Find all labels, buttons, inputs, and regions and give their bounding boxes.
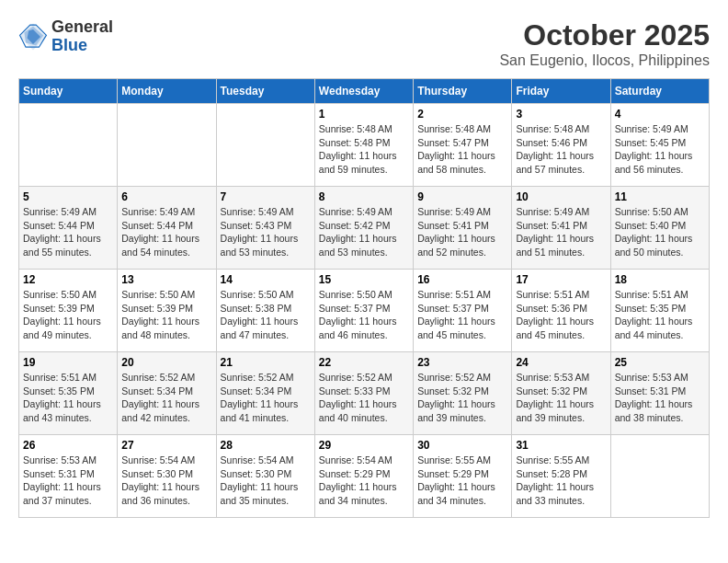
calendar-cell: 9Sunrise: 5:49 AMSunset: 5:41 PMDaylight…: [414, 187, 512, 270]
calendar-cell: 14Sunrise: 5:50 AMSunset: 5:38 PMDayligh…: [216, 270, 314, 352]
day-info: Sunrise: 5:53 AMSunset: 5:31 PMDaylight:…: [23, 454, 113, 508]
calendar-cell: 3Sunrise: 5:48 AMSunset: 5:46 PMDaylight…: [512, 104, 610, 187]
day-number: 19: [23, 356, 113, 369]
calendar-cell: 7Sunrise: 5:49 AMSunset: 5:43 PMDaylight…: [216, 187, 314, 270]
day-info: Sunrise: 5:48 AMSunset: 5:47 PMDaylight:…: [417, 122, 507, 177]
day-number: 3: [516, 108, 606, 121]
calendar-cell: 20Sunrise: 5:52 AMSunset: 5:34 PMDayligh…: [118, 352, 216, 435]
day-info: Sunrise: 5:49 AMSunset: 5:44 PMDaylight:…: [121, 205, 211, 259]
calendar-cell: 1Sunrise: 5:48 AMSunset: 5:48 PMDaylight…: [314, 104, 413, 187]
day-info: Sunrise: 5:51 AMSunset: 5:37 PMDaylight:…: [417, 288, 507, 342]
calendar-header: SundayMondayTuesdayWednesdayThursdayFrid…: [19, 79, 710, 104]
weekday-header-saturday: Saturday: [610, 79, 709, 104]
calendar-cell: 6Sunrise: 5:49 AMSunset: 5:44 PMDaylight…: [118, 187, 216, 270]
calendar-cell: 17Sunrise: 5:51 AMSunset: 5:36 PMDayligh…: [512, 270, 610, 352]
calendar-cell: 26Sunrise: 5:53 AMSunset: 5:31 PMDayligh…: [19, 435, 118, 518]
calendar-cell: 31Sunrise: 5:55 AMSunset: 5:28 PMDayligh…: [512, 435, 610, 518]
weekday-header-monday: Monday: [118, 79, 216, 104]
day-info: Sunrise: 5:49 AMSunset: 5:45 PMDaylight:…: [615, 122, 705, 177]
day-number: 8: [319, 190, 409, 203]
calendar-cell: [118, 104, 216, 187]
day-info: Sunrise: 5:54 AMSunset: 5:30 PMDaylight:…: [121, 454, 211, 508]
day-info: Sunrise: 5:49 AMSunset: 5:41 PMDaylight:…: [516, 205, 606, 259]
title-block: October 2025 San Eugenio, Ilocos, Philip…: [499, 18, 710, 69]
logo-text: General Blue: [51, 18, 113, 55]
day-number: 1: [319, 108, 409, 121]
day-number: 21: [221, 356, 311, 369]
day-info: Sunrise: 5:50 AMSunset: 5:37 PMDaylight:…: [319, 288, 409, 342]
day-number: 27: [121, 439, 211, 452]
day-number: 5: [23, 190, 113, 203]
day-number: 6: [121, 190, 211, 203]
weekday-header-thursday: Thursday: [414, 79, 512, 104]
calendar-week-5: 26Sunrise: 5:53 AMSunset: 5:31 PMDayligh…: [19, 435, 710, 518]
calendar-cell: 27Sunrise: 5:54 AMSunset: 5:30 PMDayligh…: [118, 435, 216, 518]
day-info: Sunrise: 5:50 AMSunset: 5:38 PMDaylight:…: [221, 288, 311, 342]
page-header: General Blue October 2025 San Eugenio, I…: [18, 18, 710, 69]
day-number: 15: [319, 273, 409, 286]
day-info: Sunrise: 5:51 AMSunset: 5:35 PMDaylight:…: [615, 288, 705, 342]
day-number: 30: [417, 439, 507, 452]
day-number: 29: [319, 439, 409, 452]
calendar-cell: [216, 104, 314, 187]
day-number: 18: [615, 273, 705, 286]
day-info: Sunrise: 5:54 AMSunset: 5:30 PMDaylight:…: [221, 454, 311, 508]
logo-general: General: [51, 18, 113, 37]
calendar-body: 1Sunrise: 5:48 AMSunset: 5:48 PMDaylight…: [19, 104, 710, 518]
day-info: Sunrise: 5:49 AMSunset: 5:42 PMDaylight:…: [319, 205, 409, 259]
day-info: Sunrise: 5:49 AMSunset: 5:44 PMDaylight:…: [23, 205, 113, 259]
calendar-cell: [19, 104, 118, 187]
day-number: 4: [615, 108, 705, 121]
day-info: Sunrise: 5:51 AMSunset: 5:35 PMDaylight:…: [23, 371, 113, 425]
day-info: Sunrise: 5:48 AMSunset: 5:46 PMDaylight:…: [516, 122, 606, 177]
day-number: 11: [615, 190, 705, 203]
calendar-cell: 12Sunrise: 5:50 AMSunset: 5:39 PMDayligh…: [19, 270, 118, 352]
calendar-cell: 22Sunrise: 5:52 AMSunset: 5:33 PMDayligh…: [314, 352, 413, 435]
day-info: Sunrise: 5:49 AMSunset: 5:43 PMDaylight:…: [221, 205, 311, 259]
calendar-cell: 19Sunrise: 5:51 AMSunset: 5:35 PMDayligh…: [19, 352, 118, 435]
day-info: Sunrise: 5:53 AMSunset: 5:31 PMDaylight:…: [615, 371, 705, 425]
weekday-header-tuesday: Tuesday: [216, 79, 314, 104]
day-info: Sunrise: 5:50 AMSunset: 5:39 PMDaylight:…: [23, 288, 113, 342]
day-info: Sunrise: 5:55 AMSunset: 5:29 PMDaylight:…: [417, 454, 507, 508]
calendar-cell: 23Sunrise: 5:52 AMSunset: 5:32 PMDayligh…: [414, 352, 512, 435]
page-subtitle: San Eugenio, Ilocos, Philippines: [499, 52, 710, 69]
calendar-cell: 2Sunrise: 5:48 AMSunset: 5:47 PMDaylight…: [414, 104, 512, 187]
day-info: Sunrise: 5:52 AMSunset: 5:32 PMDaylight:…: [417, 371, 507, 425]
day-info: Sunrise: 5:50 AMSunset: 5:40 PMDaylight:…: [615, 205, 705, 259]
day-number: 20: [121, 356, 211, 369]
day-number: 28: [221, 439, 311, 452]
day-number: 13: [121, 273, 211, 286]
calendar-cell: 24Sunrise: 5:53 AMSunset: 5:32 PMDayligh…: [512, 352, 610, 435]
calendar-cell: 25Sunrise: 5:53 AMSunset: 5:31 PMDayligh…: [610, 352, 709, 435]
day-info: Sunrise: 5:50 AMSunset: 5:39 PMDaylight:…: [121, 288, 211, 342]
day-number: 31: [516, 439, 606, 452]
day-number: 17: [516, 273, 606, 286]
calendar-week-1: 1Sunrise: 5:48 AMSunset: 5:48 PMDaylight…: [19, 104, 710, 187]
logo-blue: Blue: [51, 37, 113, 55]
day-number: 23: [417, 356, 507, 369]
weekday-header-wednesday: Wednesday: [314, 79, 413, 104]
day-info: Sunrise: 5:49 AMSunset: 5:41 PMDaylight:…: [417, 205, 507, 259]
page-title: October 2025: [499, 18, 710, 52]
day-number: 25: [615, 356, 705, 369]
calendar-week-3: 12Sunrise: 5:50 AMSunset: 5:39 PMDayligh…: [19, 270, 710, 352]
weekday-header-sunday: Sunday: [19, 79, 118, 104]
calendar-cell: 10Sunrise: 5:49 AMSunset: 5:41 PMDayligh…: [512, 187, 610, 270]
logo: General Blue: [18, 18, 113, 55]
calendar-cell: [610, 435, 709, 518]
day-number: 26: [23, 439, 113, 452]
day-number: 24: [516, 356, 606, 369]
day-info: Sunrise: 5:54 AMSunset: 5:29 PMDaylight:…: [319, 454, 409, 508]
day-number: 2: [417, 108, 507, 121]
day-info: Sunrise: 5:52 AMSunset: 5:33 PMDaylight:…: [319, 371, 409, 425]
calendar-cell: 5Sunrise: 5:49 AMSunset: 5:44 PMDaylight…: [19, 187, 118, 270]
day-number: 22: [319, 356, 409, 369]
calendar-cell: 8Sunrise: 5:49 AMSunset: 5:42 PMDaylight…: [314, 187, 413, 270]
day-number: 7: [221, 190, 311, 203]
calendar-cell: 4Sunrise: 5:49 AMSunset: 5:45 PMDaylight…: [610, 104, 709, 187]
calendar-cell: 11Sunrise: 5:50 AMSunset: 5:40 PMDayligh…: [610, 187, 709, 270]
day-info: Sunrise: 5:52 AMSunset: 5:34 PMDaylight:…: [221, 371, 311, 425]
day-number: 12: [23, 273, 113, 286]
day-info: Sunrise: 5:55 AMSunset: 5:28 PMDaylight:…: [516, 454, 606, 508]
